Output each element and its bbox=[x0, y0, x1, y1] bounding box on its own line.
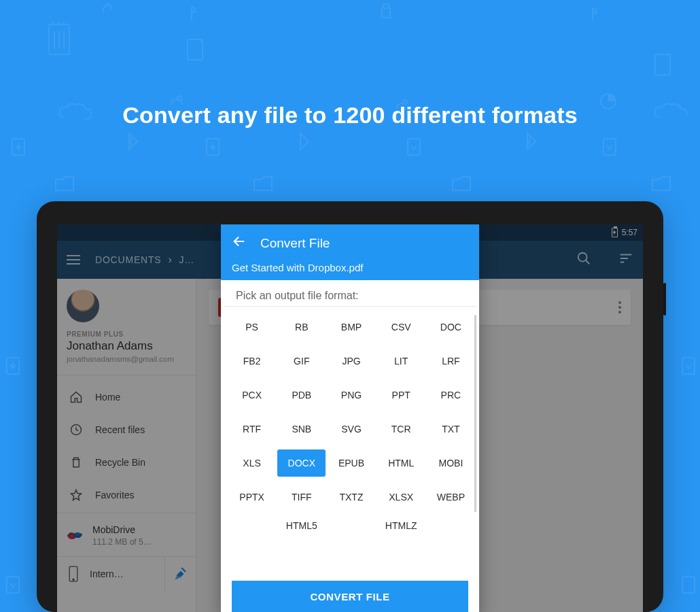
format-option-ppt[interactable]: PPT bbox=[377, 381, 425, 409]
promo-headline: Convert any file to 1200 different forma… bbox=[0, 102, 700, 129]
format-option-pdb[interactable]: PDB bbox=[277, 381, 326, 409]
format-option-jpg[interactable]: JPG bbox=[327, 347, 375, 375]
format-option-xls[interactable]: XLS bbox=[228, 449, 276, 477]
format-option-html[interactable]: HTML bbox=[377, 449, 425, 477]
format-option-csv[interactable]: CSV bbox=[377, 313, 425, 341]
svg-rect-13 bbox=[682, 577, 695, 593]
format-option-xlsx[interactable]: XLSX bbox=[377, 483, 425, 511]
format-option-empty bbox=[427, 517, 475, 535]
svg-rect-12 bbox=[682, 358, 695, 374]
format-option-rb[interactable]: RB bbox=[277, 313, 326, 341]
format-option-txt[interactable]: TXT bbox=[427, 415, 475, 443]
format-option-tiff[interactable]: TIFF bbox=[277, 483, 326, 511]
format-option-rtf[interactable]: RTF bbox=[228, 415, 276, 443]
format-option-gif[interactable]: GIF bbox=[277, 347, 326, 375]
format-option-prc[interactable]: PRC bbox=[427, 381, 475, 409]
tablet-frame: 5:57 DOCUMENTS › J… PREMIU bbox=[37, 201, 663, 612]
back-icon[interactable] bbox=[232, 234, 247, 252]
format-option-doc[interactable]: DOC bbox=[427, 313, 475, 341]
format-option-snb[interactable]: SNB bbox=[277, 415, 326, 443]
picker-label: Pick an output file format: bbox=[224, 280, 476, 307]
svg-rect-8 bbox=[408, 139, 420, 155]
format-option-ps[interactable]: PS bbox=[228, 313, 276, 341]
format-option-tcr[interactable]: TCR bbox=[377, 415, 425, 443]
svg-rect-9 bbox=[603, 139, 616, 155]
svg-rect-2 bbox=[655, 54, 670, 75]
convert-button[interactable]: CONVERT FILE bbox=[232, 581, 468, 612]
format-option-htmlz[interactable]: HTMLZ bbox=[377, 517, 425, 535]
format-option-fb2[interactable]: FB2 bbox=[228, 347, 276, 375]
format-option-empty bbox=[228, 517, 276, 535]
format-option-empty bbox=[327, 517, 375, 535]
dialog-title: Convert File bbox=[260, 236, 330, 251]
convert-file-dialog: Convert File Get Started with Dropbox.pd… bbox=[221, 224, 479, 612]
svg-rect-1 bbox=[188, 39, 203, 60]
format-option-lrf[interactable]: LRF bbox=[427, 347, 475, 375]
format-option-png[interactable]: PNG bbox=[327, 381, 375, 409]
format-option-pcx[interactable]: PCX bbox=[228, 381, 276, 409]
format-option-webp[interactable]: WEBP bbox=[427, 483, 475, 511]
format-option-pptx[interactable]: PPTX bbox=[228, 483, 276, 511]
format-option-txtz[interactable]: TXTZ bbox=[327, 483, 375, 511]
format-option-mobi[interactable]: MOBI bbox=[427, 449, 475, 477]
tablet-power-button bbox=[663, 283, 666, 316]
format-option-html5[interactable]: HTML5 bbox=[277, 517, 326, 535]
format-option-svg[interactable]: SVG bbox=[327, 415, 375, 443]
format-option-bmp[interactable]: BMP bbox=[327, 313, 375, 341]
dialog-filename: Get Started with Dropbox.pdf bbox=[232, 262, 468, 273]
scrollbar[interactable] bbox=[474, 315, 476, 512]
tablet-screen: 5:57 DOCUMENTS › J… PREMIU bbox=[57, 224, 643, 612]
format-option-epub[interactable]: EPUB bbox=[327, 449, 375, 477]
format-grid: PSRBBMPCSVDOCFB2GIFJPGLITLRFPCXPDBPNGPPT… bbox=[228, 313, 475, 535]
format-option-lit[interactable]: LIT bbox=[377, 347, 425, 375]
format-option-docx[interactable]: DOCX bbox=[277, 449, 326, 477]
svg-rect-11 bbox=[7, 577, 19, 593]
